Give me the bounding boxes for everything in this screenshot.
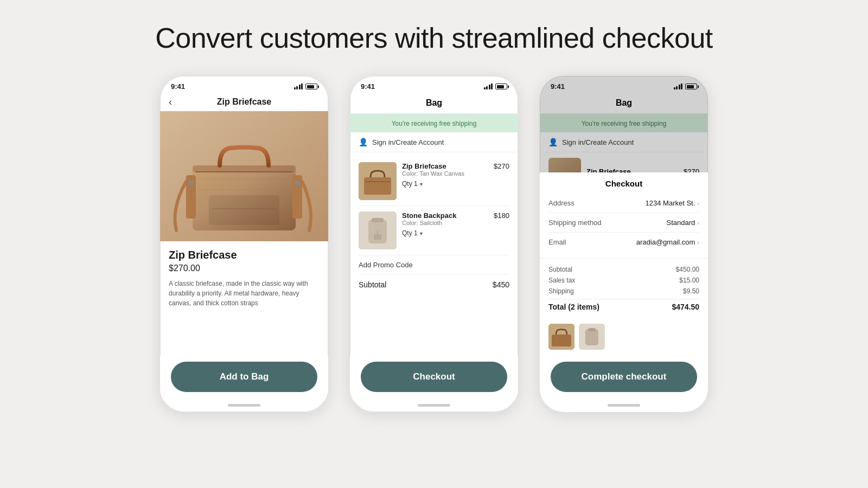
product-info: Zip Briefcase $270.00 A classic briefcas…	[160, 241, 328, 355]
order-thumbnails	[540, 318, 708, 355]
email-chevron: ›	[697, 239, 699, 246]
phone2-cta-area: Checkout	[350, 355, 518, 401]
address-value-container: 1234 Market St. ›	[646, 199, 699, 207]
phone2-content: Bag You're receiving free shipping 👤 Sig…	[350, 94, 518, 355]
phone1-cta-area: Add to Bag	[160, 355, 328, 401]
status-bar-1: 9:41	[160, 76, 328, 94]
phone-bag: 9:41 Bag You're receiving free shipping …	[350, 76, 518, 412]
battery-icon-3	[685, 84, 697, 89]
thumb-backpack-svg	[579, 324, 605, 350]
phone-product-detail: 9:41 ‹ Zip Briefcase	[160, 76, 328, 412]
product-nav: ‹ Zip Briefcase	[160, 94, 328, 111]
page-title: Convert customers with streamlined check…	[155, 22, 713, 54]
address-value: 1234 Market St.	[646, 199, 695, 207]
cart-backpack-svg	[359, 211, 397, 249]
product-nav-title: Zip Briefcase	[217, 97, 271, 107]
svg-rect-7	[295, 181, 300, 185]
cart-briefcase-svg	[359, 162, 397, 200]
cart-item-briefcase: Zip Briefcase Color: Tan Wax Canvas Qty …	[359, 157, 509, 206]
cart-item-qty-backpack[interactable]: Qty 1 ▾	[402, 229, 488, 237]
product-name: Zip Briefcase	[169, 249, 320, 261]
thumb-briefcase-svg	[548, 324, 575, 350]
sign-in-row[interactable]: 👤 Sign in/Create Account	[350, 132, 518, 152]
bag-svg	[160, 111, 328, 241]
tax-row: Sales tax $15.00	[548, 275, 699, 286]
back-button[interactable]: ‹	[169, 97, 172, 108]
svg-rect-24	[588, 328, 596, 331]
user-icon-3: 👤	[548, 138, 558, 146]
address-chevron: ›	[697, 200, 699, 207]
subtotal-total-label: Subtotal	[548, 266, 572, 273]
free-shipping-banner: You're receiving free shipping	[350, 114, 518, 132]
product-price: $270.00	[169, 264, 320, 273]
free-shipping-banner-3: You're receiving free shipping	[540, 114, 708, 132]
svg-rect-21	[552, 335, 571, 346]
user-icon: 👤	[359, 138, 368, 146]
cart-item-name-briefcase: Zip Briefcase	[402, 162, 488, 170]
svg-rect-10	[209, 195, 279, 225]
checkout-address-row[interactable]: Address 1234 Market St. ›	[548, 194, 699, 213]
qty-dropdown-arrow-1: ▾	[420, 181, 423, 187]
cart-item-name-backpack: Stone Backpack	[402, 211, 488, 220]
cart-item-color-backpack: Color: Sailcloth	[402, 220, 488, 226]
totals-section: Subtotal $450.00 Sales tax $15.00 Shippi…	[540, 259, 708, 318]
cart-item-img-backpack	[359, 211, 397, 249]
cart-item-qty-briefcase[interactable]: Qty 1 ▾	[402, 180, 488, 188]
subtotal-total-row: Subtotal $450.00	[548, 264, 699, 275]
status-time-3: 9:41	[551, 82, 565, 91]
shipping-cost-value: $9.50	[683, 287, 699, 295]
shipping-cost-row: Shipping $9.50	[548, 286, 699, 297]
checkout-shipping-row[interactable]: Shipping method Standard ›	[548, 213, 699, 233]
email-label: Email	[548, 238, 566, 246]
product-description: A classic briefcase, made in the classic…	[169, 279, 320, 308]
phone3-cta-area: Complete checkout	[540, 355, 708, 401]
home-indicator-3	[608, 404, 640, 407]
complete-checkout-button[interactable]: Complete checkout	[551, 362, 697, 392]
promo-row[interactable]: Add Promo Code	[359, 255, 509, 275]
home-indicator-1	[228, 404, 260, 407]
cart-item-info-backpack: Stone Backpack Color: Sailcloth Qty 1 ▾	[402, 211, 488, 237]
cart-item-backpack: Stone Backpack Color: Sailcloth Qty 1 ▾ …	[359, 206, 509, 255]
phones-container: 9:41 ‹ Zip Briefcase	[33, 76, 835, 412]
phone1-content: ‹ Zip Briefcase	[160, 94, 328, 355]
email-value-container: aradia@gmail.com ›	[636, 238, 699, 246]
checkout-button[interactable]: Checkout	[361, 362, 507, 392]
status-icons-2	[484, 84, 508, 89]
checkout-modal-title: Checkout	[548, 179, 699, 188]
subtotal-value: $450	[493, 280, 509, 289]
free-shipping-text-3: You're receiving free shipping	[582, 120, 667, 127]
phone-checkout: 9:41 Bag You're receiving free shipping …	[540, 76, 708, 412]
cart-item-color-briefcase: Color: Tan Wax Canvas	[402, 170, 488, 177]
signal-icon-2	[484, 84, 493, 89]
cart-item-price-briefcase: $270	[494, 162, 509, 170]
svg-rect-17	[372, 218, 384, 222]
add-to-bag-button[interactable]: Add to Bag	[171, 362, 317, 392]
grand-total-row: Total (2 items) $474.50	[548, 299, 699, 313]
shipping-cost-label: Shipping	[548, 287, 574, 295]
status-bar-3: 9:41	[540, 76, 708, 94]
sign-in-text: Sign in/Create Account	[372, 138, 444, 146]
bag-title: Bag	[426, 98, 442, 107]
signal-icon-1	[294, 84, 303, 89]
email-value: aradia@gmail.com	[636, 238, 695, 246]
shipping-chevron: ›	[697, 220, 699, 226]
signal-icon-3	[674, 84, 683, 89]
tax-value: $15.00	[679, 277, 699, 284]
status-bar-2: 9:41	[350, 76, 518, 94]
grand-total-value: $474.50	[672, 303, 699, 311]
checkout-section: Checkout Address 1234 Market St. › Shipp…	[540, 172, 708, 259]
order-thumb-backpack	[579, 324, 605, 350]
bag-title-3: Bag	[616, 98, 632, 107]
home-indicator-2	[418, 404, 450, 407]
svg-rect-23	[585, 329, 598, 345]
product-image	[160, 111, 328, 241]
qty-dropdown-arrow-2: ▾	[420, 230, 423, 236]
cart-item-price-backpack: $180	[494, 211, 509, 220]
cart-item-img-briefcase	[359, 162, 397, 200]
sign-in-text-3: Sign in/Create Account	[562, 138, 634, 146]
bag-header-3: Bag	[540, 94, 708, 114]
address-label: Address	[548, 199, 575, 207]
tax-label: Sales tax	[548, 277, 575, 284]
order-thumb-briefcase	[548, 324, 575, 350]
checkout-email-row[interactable]: Email aradia@gmail.com ›	[548, 233, 699, 252]
